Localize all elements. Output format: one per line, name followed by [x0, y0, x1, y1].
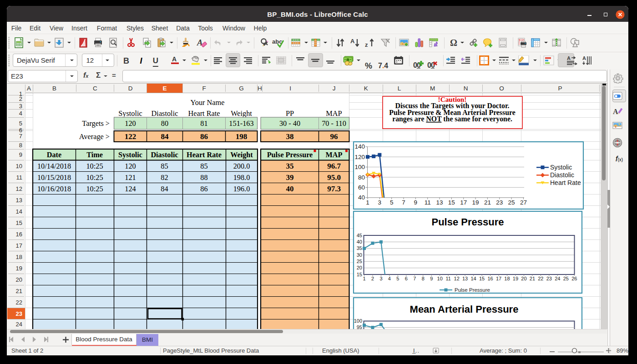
svg-text:6: 6: [405, 276, 408, 281]
svg-text:Systolic: Systolic: [118, 109, 142, 118]
svg-text:30 - 40: 30 - 40: [279, 119, 300, 128]
svg-text:Diastolic: Diastolic: [151, 151, 178, 159]
svg-text:10/14/2018: 10/14/2018: [37, 162, 71, 170]
svg-text:15: 15: [357, 272, 362, 277]
svg-text:I: I: [289, 85, 291, 92]
svg-text:8: 8: [422, 276, 425, 281]
svg-text:19: 19: [16, 265, 22, 272]
svg-text:16: 16: [487, 276, 493, 281]
svg-text:Targets >: Targets >: [82, 119, 110, 128]
svg-text:2: 2: [19, 95, 22, 102]
svg-text:100: 100: [354, 318, 362, 324]
svg-text:A: A: [172, 55, 177, 63]
svg-text:C: C: [93, 85, 97, 92]
svg-text:9: 9: [414, 199, 418, 206]
svg-text:Ω: Ω: [450, 38, 457, 48]
svg-text:A: A: [567, 56, 571, 61]
svg-text:A: A: [613, 108, 618, 115]
svg-text:84: 84: [161, 132, 169, 141]
svg-text:A: A: [27, 85, 31, 92]
svg-text:Heart Rate: Heart Rate: [187, 151, 222, 159]
svg-text:23: 23: [546, 276, 552, 281]
svg-text:ranges are NOT the same for ev: ranges are NOT the same for everyone.: [392, 115, 512, 123]
svg-text:17: 17: [16, 242, 22, 249]
svg-text:Heart Rate: Heart Rate: [550, 179, 581, 186]
svg-text:95.0: 95.0: [327, 173, 341, 182]
svg-text:Your Name: Your Name: [191, 98, 225, 107]
svg-text:10/15/2018: 10/15/2018: [37, 173, 71, 182]
svg-text:24: 24: [16, 321, 22, 328]
svg-text:2: 2: [371, 276, 374, 281]
svg-text:3: 3: [378, 199, 382, 206]
svg-text:122: 122: [125, 132, 136, 141]
svg-text:Pulse Pressure: Pulse Pressure: [432, 216, 504, 228]
svg-text:Systolic: Systolic: [118, 151, 142, 159]
svg-text:Diastolic: Diastolic: [152, 109, 178, 118]
svg-text:Weight: Weight: [231, 109, 252, 118]
svg-text:11: 11: [425, 199, 431, 206]
svg-text:20: 20: [521, 276, 526, 281]
svg-text:96: 96: [330, 132, 338, 141]
svg-text:Diastolic: Diastolic: [550, 171, 574, 179]
svg-text:40: 40: [286, 184, 294, 193]
svg-text:200.0: 200.0: [233, 162, 250, 170]
svg-text:124: 124: [125, 184, 136, 193]
svg-text:19: 19: [472, 199, 479, 206]
svg-text:11: 11: [16, 174, 23, 181]
svg-text:10/16/2018: 10/16/2018: [37, 184, 71, 193]
svg-text:Time: Time: [86, 151, 103, 159]
svg-text:35: 35: [357, 245, 362, 251]
svg-text:Systolic: Systolic: [550, 164, 572, 171]
svg-text:12: 12: [454, 276, 460, 281]
svg-text:G: G: [239, 85, 244, 92]
svg-text:14: 14: [470, 276, 476, 281]
svg-text:24: 24: [555, 276, 560, 281]
svg-text:198: 198: [236, 132, 248, 141]
svg-text:84: 84: [161, 184, 168, 193]
svg-text:Mean Arterial Pressure: Mean Arterial Pressure: [410, 304, 519, 315]
svg-text:26: 26: [571, 276, 577, 281]
svg-text:30: 30: [357, 252, 362, 258]
svg-text:97.3: 97.3: [327, 184, 341, 193]
svg-text:60: 60: [358, 184, 365, 191]
svg-text:18: 18: [504, 276, 510, 281]
svg-text:35: 35: [286, 162, 294, 170]
svg-text:4: 4: [19, 110, 22, 117]
svg-text:Average >: Average >: [79, 132, 110, 141]
svg-text:81: 81: [200, 119, 207, 128]
svg-text:MAP: MAP: [326, 151, 343, 159]
svg-text:13: 13: [16, 197, 22, 204]
svg-text:121: 121: [125, 173, 136, 182]
svg-text:15: 15: [479, 276, 485, 281]
svg-text:21: 21: [484, 199, 491, 206]
svg-text:O: O: [499, 85, 504, 92]
svg-text:120: 120: [125, 162, 136, 170]
svg-text:40: 40: [358, 194, 365, 201]
svg-text:9: 9: [430, 276, 433, 281]
svg-text:70 - 110: 70 - 110: [322, 119, 346, 128]
svg-text:9: 9: [19, 151, 22, 158]
svg-text:25: 25: [508, 199, 515, 206]
svg-text:N: N: [464, 85, 468, 92]
svg-text:120: 120: [354, 154, 365, 160]
svg-text:21: 21: [16, 288, 22, 294]
svg-text:96.7: 96.7: [327, 162, 341, 170]
svg-text:15: 15: [16, 219, 22, 226]
svg-text:22: 22: [16, 299, 22, 306]
svg-text:82: 82: [161, 173, 168, 182]
svg-text:M: M: [430, 85, 435, 92]
svg-text:10:25: 10:25: [86, 184, 103, 193]
svg-text:17: 17: [496, 276, 501, 281]
svg-text:Pulse Pressure: Pulse Pressure: [455, 287, 490, 293]
svg-text:86: 86: [200, 184, 207, 193]
svg-text:10:25: 10:25: [86, 173, 103, 182]
svg-text:23: 23: [16, 310, 22, 317]
svg-text:14: 14: [16, 208, 22, 215]
svg-text:85: 85: [161, 162, 168, 170]
svg-text:F: F: [202, 85, 206, 92]
svg-text:z: z: [365, 41, 368, 48]
svg-text:Pulse Pressure: Pulse Pressure: [267, 151, 313, 159]
svg-text:K: K: [364, 85, 368, 92]
svg-text:20: 20: [357, 265, 362, 270]
svg-text:5: 5: [390, 199, 394, 206]
